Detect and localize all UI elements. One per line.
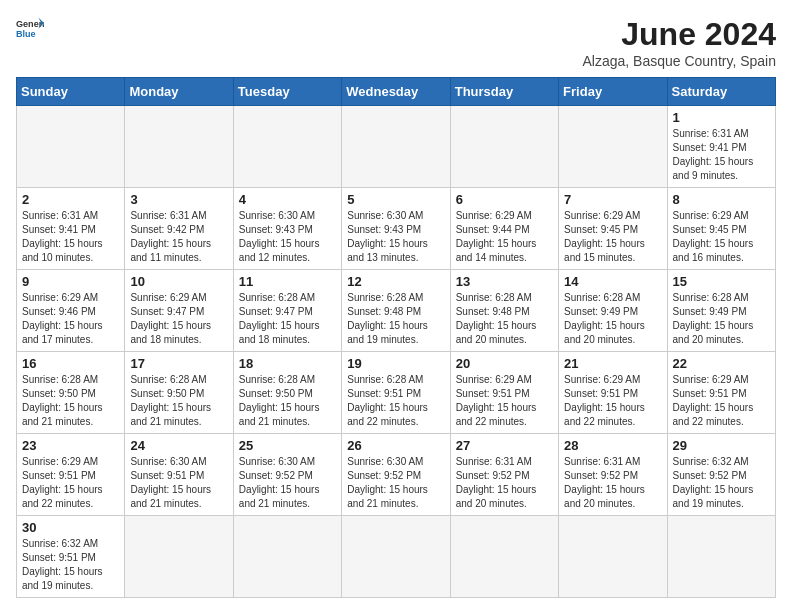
day-number: 23 xyxy=(22,438,119,453)
week-row-1: 1Sunrise: 6:31 AM Sunset: 9:41 PM Daylig… xyxy=(17,106,776,188)
cell-sun-info: Sunrise: 6:28 AM Sunset: 9:47 PM Dayligh… xyxy=(239,291,336,347)
calendar-table: Sunday Monday Tuesday Wednesday Thursday… xyxy=(16,77,776,598)
calendar-cell: 2Sunrise: 6:31 AM Sunset: 9:41 PM Daylig… xyxy=(17,188,125,270)
calendar-cell: 18Sunrise: 6:28 AM Sunset: 9:50 PM Dayli… xyxy=(233,352,341,434)
title-area: June 2024 Alzaga, Basque Country, Spain xyxy=(582,16,776,69)
day-number: 10 xyxy=(130,274,227,289)
day-number: 25 xyxy=(239,438,336,453)
header-tuesday: Tuesday xyxy=(233,78,341,106)
header-thursday: Thursday xyxy=(450,78,558,106)
day-number: 15 xyxy=(673,274,770,289)
day-number: 16 xyxy=(22,356,119,371)
calendar-cell xyxy=(125,516,233,598)
cell-sun-info: Sunrise: 6:29 AM Sunset: 9:51 PM Dayligh… xyxy=(22,455,119,511)
cell-sun-info: Sunrise: 6:28 AM Sunset: 9:49 PM Dayligh… xyxy=(673,291,770,347)
cell-sun-info: Sunrise: 6:28 AM Sunset: 9:48 PM Dayligh… xyxy=(347,291,444,347)
svg-text:Blue: Blue xyxy=(16,29,36,39)
cell-sun-info: Sunrise: 6:31 AM Sunset: 9:41 PM Dayligh… xyxy=(673,127,770,183)
calendar-cell: 29Sunrise: 6:32 AM Sunset: 9:52 PM Dayli… xyxy=(667,434,775,516)
calendar-cell xyxy=(125,106,233,188)
day-number: 6 xyxy=(456,192,553,207)
day-number: 3 xyxy=(130,192,227,207)
calendar-cell xyxy=(342,106,450,188)
cell-sun-info: Sunrise: 6:31 AM Sunset: 9:41 PM Dayligh… xyxy=(22,209,119,265)
day-number: 26 xyxy=(347,438,444,453)
header-wednesday: Wednesday xyxy=(342,78,450,106)
calendar-cell: 5Sunrise: 6:30 AM Sunset: 9:43 PM Daylig… xyxy=(342,188,450,270)
cell-sun-info: Sunrise: 6:29 AM Sunset: 9:45 PM Dayligh… xyxy=(673,209,770,265)
calendar-cell: 30Sunrise: 6:32 AM Sunset: 9:51 PM Dayli… xyxy=(17,516,125,598)
calendar-cell xyxy=(233,516,341,598)
week-row-6: 30Sunrise: 6:32 AM Sunset: 9:51 PM Dayli… xyxy=(17,516,776,598)
day-number: 14 xyxy=(564,274,661,289)
calendar-cell: 28Sunrise: 6:31 AM Sunset: 9:52 PM Dayli… xyxy=(559,434,667,516)
calendar-cell: 11Sunrise: 6:28 AM Sunset: 9:47 PM Dayli… xyxy=(233,270,341,352)
calendar-cell xyxy=(233,106,341,188)
cell-sun-info: Sunrise: 6:30 AM Sunset: 9:52 PM Dayligh… xyxy=(347,455,444,511)
calendar-cell: 22Sunrise: 6:29 AM Sunset: 9:51 PM Dayli… xyxy=(667,352,775,434)
calendar-cell: 19Sunrise: 6:28 AM Sunset: 9:51 PM Dayli… xyxy=(342,352,450,434)
header: General Blue June 2024 Alzaga, Basque Co… xyxy=(16,16,776,69)
day-number: 5 xyxy=(347,192,444,207)
week-row-4: 16Sunrise: 6:28 AM Sunset: 9:50 PM Dayli… xyxy=(17,352,776,434)
cell-sun-info: Sunrise: 6:28 AM Sunset: 9:51 PM Dayligh… xyxy=(347,373,444,429)
day-number: 2 xyxy=(22,192,119,207)
calendar-cell: 23Sunrise: 6:29 AM Sunset: 9:51 PM Dayli… xyxy=(17,434,125,516)
week-row-5: 23Sunrise: 6:29 AM Sunset: 9:51 PM Dayli… xyxy=(17,434,776,516)
calendar-cell: 10Sunrise: 6:29 AM Sunset: 9:47 PM Dayli… xyxy=(125,270,233,352)
cell-sun-info: Sunrise: 6:28 AM Sunset: 9:50 PM Dayligh… xyxy=(130,373,227,429)
day-number: 8 xyxy=(673,192,770,207)
calendar-cell: 8Sunrise: 6:29 AM Sunset: 9:45 PM Daylig… xyxy=(667,188,775,270)
day-number: 12 xyxy=(347,274,444,289)
calendar-cell xyxy=(450,516,558,598)
header-saturday: Saturday xyxy=(667,78,775,106)
calendar-cell: 21Sunrise: 6:29 AM Sunset: 9:51 PM Dayli… xyxy=(559,352,667,434)
cell-sun-info: Sunrise: 6:28 AM Sunset: 9:49 PM Dayligh… xyxy=(564,291,661,347)
day-number: 18 xyxy=(239,356,336,371)
cell-sun-info: Sunrise: 6:30 AM Sunset: 9:51 PM Dayligh… xyxy=(130,455,227,511)
week-row-2: 2Sunrise: 6:31 AM Sunset: 9:41 PM Daylig… xyxy=(17,188,776,270)
day-number: 27 xyxy=(456,438,553,453)
day-number: 30 xyxy=(22,520,119,535)
day-number: 19 xyxy=(347,356,444,371)
cell-sun-info: Sunrise: 6:29 AM Sunset: 9:47 PM Dayligh… xyxy=(130,291,227,347)
header-sunday: Sunday xyxy=(17,78,125,106)
header-monday: Monday xyxy=(125,78,233,106)
calendar-cell: 6Sunrise: 6:29 AM Sunset: 9:44 PM Daylig… xyxy=(450,188,558,270)
week-row-3: 9Sunrise: 6:29 AM Sunset: 9:46 PM Daylig… xyxy=(17,270,776,352)
calendar-cell: 12Sunrise: 6:28 AM Sunset: 9:48 PM Dayli… xyxy=(342,270,450,352)
cell-sun-info: Sunrise: 6:29 AM Sunset: 9:51 PM Dayligh… xyxy=(564,373,661,429)
day-number: 24 xyxy=(130,438,227,453)
calendar-cell: 20Sunrise: 6:29 AM Sunset: 9:51 PM Dayli… xyxy=(450,352,558,434)
cell-sun-info: Sunrise: 6:29 AM Sunset: 9:51 PM Dayligh… xyxy=(673,373,770,429)
calendar-cell: 3Sunrise: 6:31 AM Sunset: 9:42 PM Daylig… xyxy=(125,188,233,270)
calendar-cell: 26Sunrise: 6:30 AM Sunset: 9:52 PM Dayli… xyxy=(342,434,450,516)
calendar-cell xyxy=(450,106,558,188)
cell-sun-info: Sunrise: 6:31 AM Sunset: 9:52 PM Dayligh… xyxy=(456,455,553,511)
cell-sun-info: Sunrise: 6:29 AM Sunset: 9:51 PM Dayligh… xyxy=(456,373,553,429)
location-subtitle: Alzaga, Basque Country, Spain xyxy=(582,53,776,69)
header-friday: Friday xyxy=(559,78,667,106)
svg-text:General: General xyxy=(16,19,44,29)
generalblue-logo-icon: General Blue xyxy=(16,16,44,40)
logo: General Blue xyxy=(16,16,44,40)
day-number: 28 xyxy=(564,438,661,453)
calendar-cell: 7Sunrise: 6:29 AM Sunset: 9:45 PM Daylig… xyxy=(559,188,667,270)
day-number: 1 xyxy=(673,110,770,125)
cell-sun-info: Sunrise: 6:32 AM Sunset: 9:51 PM Dayligh… xyxy=(22,537,119,593)
day-number: 9 xyxy=(22,274,119,289)
calendar-cell: 16Sunrise: 6:28 AM Sunset: 9:50 PM Dayli… xyxy=(17,352,125,434)
day-number: 4 xyxy=(239,192,336,207)
cell-sun-info: Sunrise: 6:29 AM Sunset: 9:44 PM Dayligh… xyxy=(456,209,553,265)
day-header-row: Sunday Monday Tuesday Wednesday Thursday… xyxy=(17,78,776,106)
month-year-title: June 2024 xyxy=(582,16,776,53)
calendar-cell xyxy=(559,106,667,188)
cell-sun-info: Sunrise: 6:29 AM Sunset: 9:46 PM Dayligh… xyxy=(22,291,119,347)
day-number: 20 xyxy=(456,356,553,371)
cell-sun-info: Sunrise: 6:31 AM Sunset: 9:42 PM Dayligh… xyxy=(130,209,227,265)
day-number: 13 xyxy=(456,274,553,289)
day-number: 29 xyxy=(673,438,770,453)
day-number: 21 xyxy=(564,356,661,371)
calendar-cell: 15Sunrise: 6:28 AM Sunset: 9:49 PM Dayli… xyxy=(667,270,775,352)
day-number: 17 xyxy=(130,356,227,371)
